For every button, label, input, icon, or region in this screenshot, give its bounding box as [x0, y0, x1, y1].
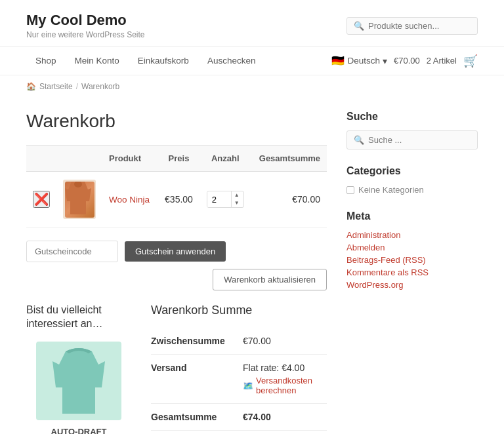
- sidebar-meta-kommentare[interactable]: Kommentare als RSS: [346, 267, 478, 277]
- site-header: My Cool Demo Nur eine weitere WordPress …: [0, 0, 504, 47]
- sidebar-search-title: Suche: [346, 111, 478, 123]
- suggested-product-name: AUTO-DRAFT: [51, 427, 107, 434]
- col-remove: [26, 146, 56, 172]
- shipping-cell: Flat rate: €4.00 🗺️ Versandkosten berech…: [243, 355, 327, 404]
- no-categories: Keine Kategorien: [346, 185, 478, 195]
- qty-up-icon[interactable]: ▲: [232, 191, 242, 199]
- nav-mein-konto[interactable]: Mein Konto: [66, 47, 129, 75]
- no-categories-label: Keine Kategorien: [358, 185, 424, 195]
- product-name-cell: Woo Ninja: [102, 172, 158, 227]
- suggested-product-card: AUTO-DRAFT €25.00 In den Warenkorb: [26, 342, 131, 434]
- breadcrumb: 🏠 Startseite / Warenkorb: [0, 75, 504, 98]
- table-row: ❌: [26, 172, 327, 227]
- shipping-calc-link[interactable]: 🗺️ Versandkosten berechnen: [243, 376, 327, 395]
- apply-coupon-button[interactable]: Gutschein anwenden: [125, 241, 226, 262]
- page-title: Warenkorb: [26, 111, 327, 132]
- suggestions-panel: Bist du vielleicht interessiert an… AUTO…: [26, 304, 131, 434]
- site-title: My Cool Demo: [26, 12, 145, 29]
- shipping-rate: Flat rate: €4.00: [243, 363, 327, 373]
- chevron-down-icon: ▾: [383, 56, 387, 66]
- total-value: €74.00: [243, 404, 327, 431]
- cart-amount: €70.00: [394, 56, 420, 66]
- product-total-cell: €70.00: [251, 172, 327, 227]
- bottom-section: Bist du vielleicht interessiert an… AUTO…: [26, 304, 327, 434]
- subtotal-row: Zwischensumme €70.00: [151, 328, 327, 355]
- sidebar-search-section: Suche 🔍: [346, 111, 478, 149]
- map-icon: 🗺️: [243, 381, 253, 391]
- nav-right: 🇩🇪 Deutsch ▾ €70.00 2 Artikel 🛒: [331, 54, 478, 68]
- col-price: Preis: [158, 146, 200, 172]
- subtotal-label: Zwischensumme: [151, 328, 243, 355]
- flag-icon: 🇩🇪: [331, 54, 345, 67]
- product-thumbnail: [63, 180, 96, 219]
- search-icon: 🔍: [354, 21, 364, 31]
- main-layout: Warenkorb Produkt Preis Anzahl Gesamtsum…: [0, 98, 504, 434]
- language-switcher[interactable]: 🇩🇪 Deutsch ▾: [331, 54, 387, 67]
- col-quantity: Anzahl: [200, 146, 251, 172]
- sidebar-meta-section: Meta Administration Abmelden Beitrags-Fe…: [346, 210, 478, 290]
- product-price-cell: €35.00: [158, 172, 200, 227]
- nav-shop[interactable]: Shop: [26, 47, 66, 75]
- checkbox-icon: [346, 186, 354, 194]
- site-branding: My Cool Demo Nur eine weitere WordPress …: [26, 12, 145, 39]
- col-total: Gesamtsumme: [251, 146, 327, 172]
- main-content: Warenkorb Produkt Preis Anzahl Gesamtsum…: [26, 111, 327, 434]
- quantity-cell: 2 ▲ ▼: [200, 172, 251, 227]
- col-product: Produkt: [102, 146, 158, 172]
- site-tagline: Nur eine weitere WordPress Seite: [26, 30, 145, 39]
- home-icon: 🏠: [26, 82, 36, 91]
- summary-table: Zwischensumme €70.00 Versand Flat rate: …: [151, 328, 327, 431]
- product-svg: [65, 182, 91, 214]
- cart-items-count: 2 Artikel: [427, 56, 457, 66]
- sidebar-search-input[interactable]: [368, 135, 447, 145]
- breadcrumb-home[interactable]: Startseite: [39, 82, 73, 91]
- sidebar-search-icon: 🔍: [354, 135, 364, 145]
- sidebar-categories-section: Categories Keine Kategorien: [346, 165, 478, 195]
- product-image: [65, 182, 94, 218]
- summary-title: Warenkorb Summe: [151, 304, 327, 317]
- sidebar: Suche 🔍 Categories Keine Kategorien Meta…: [346, 111, 478, 434]
- main-nav: Shop Mein Konto Einkaufskorb Auschecken …: [0, 47, 504, 75]
- cart-table: Produkt Preis Anzahl Gesamtsumme ❌: [26, 145, 327, 227]
- product-image-cell: [56, 172, 102, 227]
- header-search-input[interactable]: [368, 21, 467, 31]
- cart-icon[interactable]: 🛒: [463, 54, 478, 68]
- coupon-row: Gutschein anwenden Warenkorb aktualisier…: [26, 241, 327, 290]
- lang-label: Deutsch: [347, 56, 380, 66]
- coupon-input[interactable]: [26, 241, 118, 262]
- product-link[interactable]: Woo Ninja: [109, 195, 150, 205]
- header-search-box[interactable]: 🔍: [346, 17, 478, 35]
- sidebar-meta-title: Meta: [346, 210, 478, 222]
- col-image: [56, 146, 102, 172]
- sidebar-meta-administration[interactable]: Administration: [346, 230, 478, 240]
- subtotal-value: €70.00: [243, 328, 327, 355]
- quantity-stepper[interactable]: 2 ▲ ▼: [207, 191, 244, 208]
- remove-cell: ❌: [26, 172, 56, 227]
- nav-auschecken[interactable]: Auschecken: [198, 47, 265, 75]
- suggestions-title: Bist du vielleicht interessiert an…: [26, 304, 131, 331]
- sidebar-meta-wordpress[interactable]: WordPress.org: [346, 280, 478, 290]
- shipping-calc-label: Versandkosten berechnen: [256, 376, 327, 395]
- total-label: Gesamtsumme: [151, 404, 243, 431]
- sidebar-categories-title: Categories: [346, 165, 478, 177]
- sidebar-meta-abmelden[interactable]: Abmelden: [346, 243, 478, 252]
- qty-down-icon[interactable]: ▼: [232, 199, 242, 207]
- shirt-svg: [49, 348, 108, 414]
- sidebar-meta-beitrags-feed[interactable]: Beitrags-Feed (RSS): [346, 255, 478, 265]
- update-cart-button[interactable]: Warenkorb aktualisieren: [213, 269, 327, 290]
- breadcrumb-separator: /: [76, 82, 78, 91]
- cart-summary: Warenkorb Summe Zwischensumme €70.00 Ver…: [151, 304, 327, 434]
- suggested-product-image: [36, 342, 121, 420]
- shipping-label: Versand: [151, 355, 243, 404]
- remove-item-button[interactable]: ❌: [33, 191, 50, 208]
- nav-einkaufskorb[interactable]: Einkaufskorb: [129, 47, 198, 75]
- total-row: Gesamtsumme €74.00: [151, 404, 327, 431]
- shipping-row: Versand Flat rate: €4.00 🗺️ Versandkoste…: [151, 355, 327, 404]
- breadcrumb-current: Warenkorb: [81, 82, 119, 91]
- sidebar-search-box[interactable]: 🔍: [346, 130, 478, 149]
- qty-arrows: ▲ ▼: [231, 191, 242, 207]
- quantity-input[interactable]: 2: [207, 192, 231, 207]
